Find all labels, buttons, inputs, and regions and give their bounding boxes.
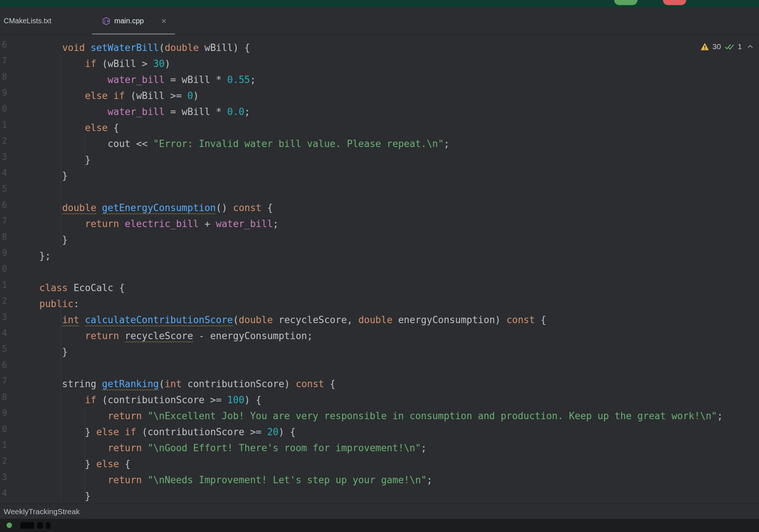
code-line[interactable]: } bbox=[0, 152, 759, 168]
obscured-text-fragment bbox=[46, 522, 50, 529]
breadcrumb-bar: WeeklyTrackingStreak bbox=[0, 504, 759, 519]
code-editor[interactable]: 67890123456789012345678901234 void setWa… bbox=[0, 35, 759, 504]
warning-icon[interactable] bbox=[700, 43, 709, 51]
code-line[interactable]: class EcoCalc { bbox=[0, 280, 759, 296]
code-line[interactable]: }; bbox=[0, 248, 759, 264]
run-gutter-icon[interactable] bbox=[7, 523, 12, 528]
code-line[interactable]: if (wBill > 30) bbox=[0, 56, 759, 72]
chevron-up-icon[interactable] bbox=[747, 44, 754, 49]
code-line[interactable]: int calculateContributionScore(double re… bbox=[0, 312, 759, 328]
code-line[interactable]: public: bbox=[0, 296, 759, 312]
code-line[interactable]: return electric_bill + water_bill; bbox=[0, 216, 759, 232]
code-line[interactable]: water_bill = wBill * 0.55; bbox=[0, 72, 759, 88]
tab-cmakelists[interactable]: CMakeLists.txt bbox=[0, 7, 92, 35]
code-line[interactable]: string getRanking(int contributionScore)… bbox=[0, 376, 759, 392]
obscured-text-fragment bbox=[37, 522, 43, 529]
code-line[interactable]: water_bill = wBill * 0.0; bbox=[0, 104, 759, 120]
code-line[interactable]: } bbox=[0, 488, 759, 504]
cpp-file-icon: C bbox=[102, 17, 111, 25]
code-line[interactable]: } bbox=[0, 168, 759, 184]
editor-tab-bar: CMakeLists.txt C main.cpp × bbox=[0, 7, 759, 35]
checks-icon[interactable] bbox=[724, 43, 734, 51]
code-line[interactable]: return recycleScore - energyConsumption; bbox=[0, 328, 759, 344]
code-line[interactable]: cout << "Error: Invalid water bill value… bbox=[0, 136, 759, 152]
bottom-pane bbox=[0, 519, 759, 532]
code-line[interactable]: return "\nNeeds Improvement! Let's step … bbox=[0, 472, 759, 488]
code-line[interactable] bbox=[0, 184, 759, 200]
tab-label: CMakeLists.txt bbox=[4, 17, 51, 25]
code-lines: void setWaterBill(double wBill) { if (wB… bbox=[0, 40, 759, 504]
code-line[interactable]: void setWaterBill(double wBill) { bbox=[0, 40, 759, 56]
code-line[interactable]: return "\nExcellent Job! You are very re… bbox=[0, 408, 759, 424]
code-line[interactable]: } else if (contributionScore >= 20) { bbox=[0, 424, 759, 440]
warning-count: 30 bbox=[712, 42, 721, 51]
close-tab-icon[interactable]: × bbox=[161, 17, 166, 25]
code-line[interactable] bbox=[0, 264, 759, 280]
ok-count: 1 bbox=[738, 42, 742, 51]
tab-main-cpp[interactable]: C main.cpp × bbox=[92, 7, 175, 35]
breadcrumb[interactable]: WeeklyTrackingStreak bbox=[0, 507, 80, 516]
obscured-text-fragment bbox=[20, 522, 34, 529]
svg-text:C: C bbox=[104, 19, 107, 24]
code-line[interactable]: else { bbox=[0, 120, 759, 136]
code-line[interactable]: else if (wBill >= 0) bbox=[0, 88, 759, 104]
run-button[interactable] bbox=[614, 0, 637, 5]
code-line[interactable]: } bbox=[0, 232, 759, 248]
window-titlebar bbox=[0, 0, 759, 7]
code-line[interactable]: } else { bbox=[0, 456, 759, 472]
stop-button[interactable] bbox=[663, 0, 686, 5]
code-line[interactable]: return "\nGood Effort! There's room for … bbox=[0, 440, 759, 456]
tab-label: main.cpp bbox=[114, 17, 144, 25]
code-line[interactable]: if (contributionScore >= 100) { bbox=[0, 392, 759, 408]
inspections-widget[interactable]: 30 1 bbox=[700, 42, 754, 51]
code-line[interactable] bbox=[0, 360, 759, 376]
code-line[interactable]: } bbox=[0, 344, 759, 360]
code-line[interactable]: double getEnergyConsumption() const { bbox=[0, 200, 759, 216]
